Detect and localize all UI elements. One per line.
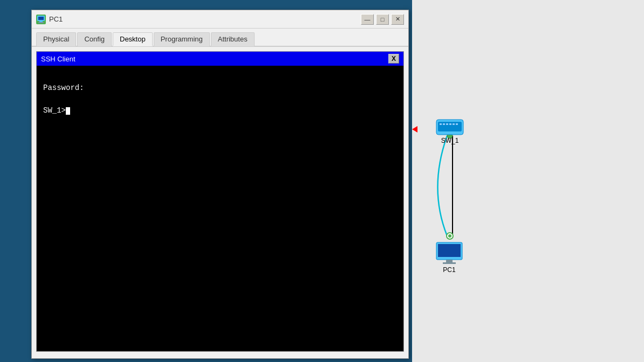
svg-rect-12 <box>446 123 448 125</box>
terminal-cursor <box>66 107 70 115</box>
svg-point-7 <box>448 234 451 238</box>
svg-text:SW_1: SW_1 <box>441 137 459 144</box>
pc1-window: PC1 — □ ✕ Physical Config Desktop Progra… <box>31 10 409 359</box>
tab-attributes[interactable]: Attributes <box>211 32 255 46</box>
svg-rect-1 <box>38 17 44 20</box>
minimize-button[interactable]: — <box>361 14 374 25</box>
ssh-close-button[interactable]: X <box>388 54 399 64</box>
network-canvas: SW_1 PC1 <box>412 0 644 362</box>
svg-rect-3 <box>38 22 44 23</box>
tab-programming[interactable]: Programming <box>154 32 210 46</box>
svg-rect-20 <box>443 262 456 264</box>
title-bar: PC1 — □ ✕ <box>32 10 408 29</box>
tab-physical[interactable]: Physical <box>36 32 76 46</box>
close-button[interactable]: ✕ <box>391 14 404 25</box>
svg-text:PC1: PC1 <box>443 266 456 274</box>
svg-rect-19 <box>446 260 453 262</box>
window-icon <box>36 15 46 24</box>
ssh-titlebar: SSH Client X <box>37 52 403 66</box>
svg-rect-11 <box>443 123 445 125</box>
svg-rect-9 <box>438 122 462 131</box>
terminal-prompt: SW_1> <box>43 106 66 115</box>
terminal-output[interactable]: Password: SW_1> <box>37 66 403 351</box>
svg-rect-13 <box>449 123 451 125</box>
svg-rect-18 <box>438 244 461 257</box>
tab-content: SSH Client X Password: SW_1> <box>32 47 408 356</box>
ssh-client-window: SSH Client X Password: SW_1> <box>36 51 404 352</box>
network-diagram: SW_1 PC1 <box>412 0 644 362</box>
svg-rect-10 <box>440 123 442 125</box>
terminal-line-password: Password: <box>43 83 84 92</box>
ssh-client-title: SSH Client <box>41 55 76 63</box>
tab-bar: Physical Config Desktop Programming Attr… <box>32 29 408 47</box>
svg-rect-15 <box>456 123 458 125</box>
tab-desktop[interactable]: Desktop <box>113 32 153 46</box>
svg-rect-14 <box>453 123 455 125</box>
svg-rect-2 <box>39 21 43 22</box>
tab-config[interactable]: Config <box>77 32 112 46</box>
window-title: PC1 <box>49 15 361 23</box>
maximize-button[interactable]: □ <box>376 14 389 25</box>
window-controls: — □ ✕ <box>361 14 404 25</box>
